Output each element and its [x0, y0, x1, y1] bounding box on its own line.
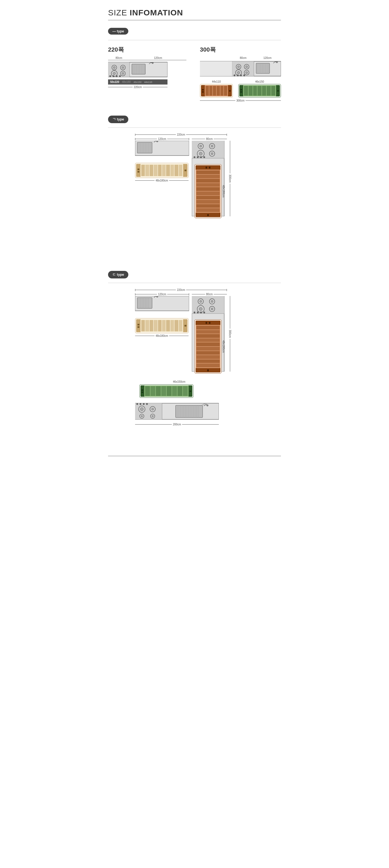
- svg-point-31: [237, 66, 240, 68]
- svg-rect-1: [108, 62, 130, 77]
- svg-point-41: [243, 74, 245, 76]
- svg-point-10: [122, 72, 124, 74]
- rug2-300: [238, 84, 281, 97]
- svg-point-98: [211, 308, 213, 310]
- svg-point-11: [110, 75, 111, 77]
- svg-point-33: [245, 66, 248, 68]
- l-type-section: ㄱ type 220cm 120cm 80cm: [108, 116, 281, 257]
- svg-point-12: [113, 75, 114, 77]
- rug1-label-300: 44x110: [200, 80, 233, 83]
- svg-point-117: [146, 403, 148, 405]
- svg-point-94: [211, 300, 213, 303]
- c-200cm: 200cm: [172, 423, 182, 426]
- svg-rect-53: [137, 142, 152, 153]
- c-type-badge: ㄷ type: [108, 271, 128, 278]
- l-type-h-counter: [135, 141, 189, 158]
- l-120cm: 120cm: [157, 137, 167, 141]
- c-80cm: 80cm: [205, 293, 214, 296]
- rug1-300: [200, 84, 233, 97]
- size-50x220: 50x220: [110, 81, 119, 84]
- dash-type-badge: — type: [108, 28, 128, 35]
- dash-220-counter-diagram: [108, 61, 168, 78]
- svg-point-8: [113, 72, 116, 75]
- svg-point-13: [116, 75, 118, 77]
- l-rug-v-label: 48x180cm: [222, 185, 225, 197]
- c-rug-bottom: [140, 384, 193, 398]
- dim-80cm-top: 80cm: [108, 57, 130, 59]
- svg-point-109: [152, 408, 154, 410]
- c-rug-v-label: 48x180cm: [222, 340, 225, 353]
- svg-rect-26: [200, 61, 232, 76]
- l-type-badge: ㄱ type: [108, 116, 128, 123]
- svg-rect-118: [176, 405, 203, 417]
- svg-point-107: [140, 407, 144, 411]
- svg-point-35: [237, 71, 240, 74]
- svg-point-71: [199, 152, 202, 155]
- l-rug-horizontal: 48x180cm: [135, 163, 188, 182]
- svg-point-87: [156, 296, 158, 297]
- dim-120cm-top: 120cm: [130, 57, 186, 59]
- l-total-width: 220cm: [176, 133, 186, 136]
- svg-rect-79: [137, 298, 152, 308]
- l-300cm: 300cm: [229, 174, 232, 184]
- c-type-h-counter: [135, 296, 189, 314]
- dash-220-col: 220폭 80cm 120cm: [108, 45, 186, 89]
- svg-rect-42: [256, 63, 270, 73]
- c-bottom-section: 46x150cm: [135, 380, 219, 426]
- rug2-label-300: 46x150: [238, 80, 281, 83]
- svg-rect-15: [132, 64, 145, 74]
- svg-rect-89: [192, 296, 224, 314]
- c-rug-vertical: 48x180cm: [194, 319, 221, 373]
- size-48x180: 48x180: [122, 81, 131, 84]
- svg-point-99: [194, 312, 195, 313]
- c-300cm: 300cm: [229, 329, 232, 339]
- dash-300-col: 300폭 80cm 120cm: [200, 45, 281, 102]
- svg-point-114: [137, 403, 138, 405]
- svg-point-101: [200, 312, 202, 313]
- c-type-section: ㄷ type 220cm 120cm 80cm: [108, 271, 281, 445]
- svg-point-100: [197, 312, 199, 313]
- svg-point-96: [199, 307, 202, 311]
- svg-point-67: [200, 145, 202, 147]
- svg-point-6: [122, 66, 124, 69]
- c-section-divider: [108, 283, 281, 283]
- svg-point-102: [203, 312, 205, 313]
- svg-point-62: [156, 141, 158, 142]
- svg-rect-28: [232, 61, 254, 76]
- dash-300-label: 300폭: [200, 45, 281, 54]
- dash-300-counter-diagram: [200, 60, 281, 78]
- c-rug-h-label: 48x180cm: [154, 334, 169, 337]
- svg-point-38: [234, 74, 235, 76]
- l-section-divider: [108, 127, 281, 128]
- svg-point-76: [200, 156, 202, 158]
- l-rug-vertical: 48x180cm: [194, 164, 221, 218]
- l-rug-h-label: 48x180cm: [154, 179, 169, 182]
- l-80cm: 80cm: [205, 137, 214, 141]
- svg-point-116: [143, 403, 145, 405]
- svg-point-69: [211, 145, 213, 147]
- page-title: SIZE INFOMATION: [108, 8, 281, 17]
- svg-point-92: [200, 300, 202, 303]
- c-total-width: 220cm: [176, 288, 186, 291]
- total-220cm: 220cm: [132, 86, 143, 89]
- svg-point-24: [152, 62, 153, 64]
- title-normal: SIZE: [108, 8, 130, 17]
- svg-point-51: [276, 61, 278, 63]
- svg-point-115: [140, 403, 141, 405]
- c-type-bottom-counter: [135, 401, 219, 421]
- svg-point-40: [240, 74, 242, 76]
- svg-point-111: [141, 415, 143, 417]
- svg-point-74: [194, 156, 195, 158]
- svg-rect-64: [192, 141, 224, 158]
- size-46x150: 46x150: [133, 81, 142, 84]
- svg-point-73: [211, 153, 213, 155]
- svg-point-39: [237, 74, 239, 76]
- dim-120cm-300: 120cm: [254, 57, 281, 59]
- svg-rect-104: [135, 403, 162, 420]
- c-rug-bottom-label: 46x150cm: [140, 380, 219, 383]
- c-120cm: 120cm: [157, 293, 167, 296]
- svg-point-37: [245, 71, 248, 74]
- dim-80cm-300: 80cm: [232, 57, 254, 59]
- title-divider: [108, 20, 281, 20]
- svg-point-75: [197, 156, 199, 158]
